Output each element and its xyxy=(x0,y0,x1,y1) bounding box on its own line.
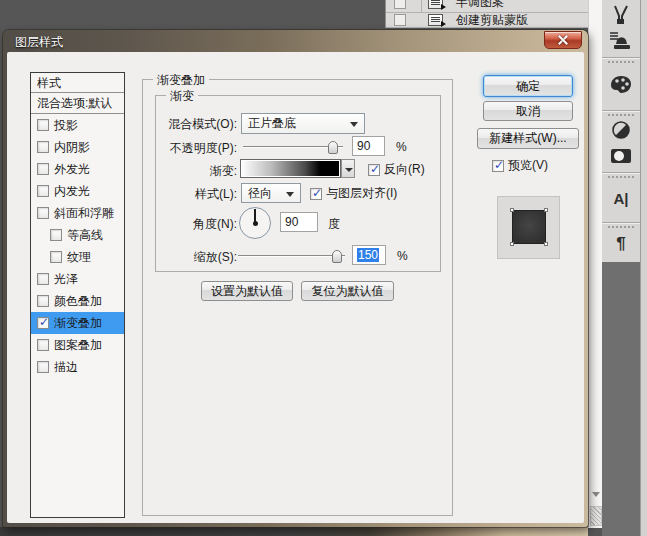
angle-label: 角度(N): xyxy=(157,216,237,233)
preview-thumbnail xyxy=(512,210,546,244)
checkbox[interactable] xyxy=(37,119,49,131)
checkbox[interactable] xyxy=(37,207,49,219)
opacity-slider[interactable] xyxy=(243,146,343,148)
scale-slider-thumb[interactable] xyxy=(332,250,342,263)
checkbox[interactable] xyxy=(50,251,62,263)
sidebar-item-texture[interactable]: 纹理 xyxy=(31,246,124,268)
action-step-icon xyxy=(428,14,443,26)
masks-panel-icon[interactable] xyxy=(602,146,640,166)
actions-panel: 半调图案 创建剪贴蒙版 xyxy=(385,0,588,28)
group-title: 渐变叠加 xyxy=(153,72,209,89)
subgroup-title: 渐变 xyxy=(166,88,198,105)
sidebar-item-blending-options[interactable]: 混合选项:默认 xyxy=(31,93,124,114)
action-step-row[interactable]: 创建剪贴蒙版 xyxy=(386,13,588,28)
preview-check-row[interactable]: 预览(V) xyxy=(492,157,548,174)
selection-handle xyxy=(544,208,548,212)
preview-checkbox[interactable] xyxy=(492,160,504,172)
selection-handle xyxy=(510,208,514,212)
align-with-layer-checkbox[interactable] xyxy=(310,188,322,200)
sidebar-item-color-overlay[interactable]: 颜色叠加 xyxy=(31,290,124,312)
opacity-input[interactable]: 90 xyxy=(352,136,385,156)
column-divider xyxy=(421,0,422,12)
set-default-button[interactable]: 设置为默认值 xyxy=(201,281,293,301)
action-toggle-checkbox[interactable] xyxy=(394,14,406,26)
checkbox[interactable] xyxy=(37,185,49,197)
character-panel-icon[interactable]: A| xyxy=(602,190,640,207)
dock-separator xyxy=(602,222,640,223)
opacity-slider-thumb[interactable] xyxy=(328,141,338,154)
dock-separator xyxy=(602,110,640,111)
dock-drag-handle[interactable] xyxy=(608,176,634,178)
gradient-label: 渐变: xyxy=(157,163,237,180)
angle-unit: 度 xyxy=(328,216,340,233)
align-check-row[interactable]: 与图层对齐(I) xyxy=(310,185,397,202)
paragraph-panel-icon[interactable]: ¶ xyxy=(602,234,640,254)
scale-slider[interactable] xyxy=(238,255,345,257)
checkbox[interactable] xyxy=(37,163,49,175)
style-preview-swatch xyxy=(497,196,560,259)
panel-scrollbar[interactable] xyxy=(588,0,602,528)
dock-drag-handle[interactable] xyxy=(608,114,634,116)
blend-mode-label: 混合模式(O): xyxy=(157,116,237,133)
opacity-label: 不透明度(P): xyxy=(157,140,237,157)
adjustments-panel-icon[interactable] xyxy=(602,120,640,140)
scroll-down-icon[interactable] xyxy=(592,492,600,497)
opacity-unit: % xyxy=(396,140,407,154)
style-select[interactable]: 径向 xyxy=(241,183,301,203)
styles-list-header: 样式 xyxy=(31,73,124,93)
checkbox[interactable] xyxy=(37,339,49,351)
sidebar-item-bevel-emboss[interactable]: 斜面和浮雕 xyxy=(31,202,124,224)
reverse-check-row[interactable]: 反向(R) xyxy=(368,161,425,178)
checkbox[interactable] xyxy=(37,317,49,329)
brushes-panel-icon[interactable] xyxy=(602,4,640,26)
sidebar-item-pattern-overlay[interactable]: 图案叠加 xyxy=(31,334,124,356)
selection-handle xyxy=(510,242,514,246)
clone-source-panel-icon[interactable] xyxy=(602,30,640,52)
action-step-label: 创建剪贴蒙版 xyxy=(456,12,528,29)
dock-drag-handle[interactable] xyxy=(608,61,634,63)
action-step-icon xyxy=(428,0,443,9)
selection-handle xyxy=(544,242,548,246)
dock-edge xyxy=(640,0,647,536)
sidebar-item-drop-shadow[interactable]: 投影 xyxy=(31,114,124,136)
ok-button[interactable]: 确定 xyxy=(483,75,573,97)
preview-label: 预览(V) xyxy=(508,157,548,174)
swatches-panel-icon[interactable] xyxy=(602,74,640,96)
dock-drag-handle[interactable] xyxy=(608,226,634,228)
dialog-client-area: 样式 混合选项:默认 投影 内阴影 外发光 内发光 xyxy=(7,52,584,523)
dialog-titlebar[interactable]: 图层样式 xyxy=(3,30,588,52)
sidebar-item-stroke[interactable]: 描边 xyxy=(31,356,124,378)
sidebar-item-inner-shadow[interactable]: 内阴影 xyxy=(31,136,124,158)
style-label: 样式(L): xyxy=(157,186,237,203)
align-with-layer-label: 与图层对齐(I) xyxy=(326,185,397,202)
checkbox[interactable] xyxy=(37,273,49,285)
reverse-checkbox[interactable] xyxy=(368,164,380,176)
blend-mode-select[interactable]: 正片叠底 xyxy=(241,113,365,134)
cancel-button[interactable]: 取消 xyxy=(483,101,573,121)
blend-mode-value: 正片叠底 xyxy=(248,116,296,130)
resize-grip-icon[interactable] xyxy=(590,506,602,526)
checkbox[interactable] xyxy=(37,295,49,307)
scale-unit: % xyxy=(397,249,408,263)
close-button[interactable] xyxy=(544,31,582,49)
scale-input[interactable]: 150 xyxy=(352,245,386,265)
checkbox[interactable] xyxy=(37,361,49,373)
reverse-label: 反向(R) xyxy=(384,161,425,178)
sidebar-item-satin[interactable]: 光泽 xyxy=(31,268,124,290)
angle-dial[interactable] xyxy=(239,207,271,239)
checkbox[interactable] xyxy=(50,229,62,241)
sidebar-item-contour[interactable]: 等高线 xyxy=(31,224,124,246)
action-toggle-checkbox[interactable] xyxy=(394,0,406,9)
angle-input[interactable]: 90 xyxy=(280,212,318,232)
sidebar-item-gradient-overlay[interactable]: 渐变叠加 xyxy=(31,312,124,334)
background-strip xyxy=(0,527,588,536)
close-icon xyxy=(558,35,568,45)
style-value: 径向 xyxy=(248,186,272,200)
new-style-button[interactable]: 新建样式(W)... xyxy=(477,128,579,149)
gradient-picker-arrow[interactable] xyxy=(341,159,355,178)
gradient-preview-bar[interactable] xyxy=(240,159,341,178)
sidebar-item-inner-glow[interactable]: 内发光 xyxy=(31,180,124,202)
sidebar-item-outer-glow[interactable]: 外发光 xyxy=(31,158,124,180)
reset-default-button[interactable]: 复位为默认值 xyxy=(301,281,394,301)
checkbox[interactable] xyxy=(37,141,49,153)
